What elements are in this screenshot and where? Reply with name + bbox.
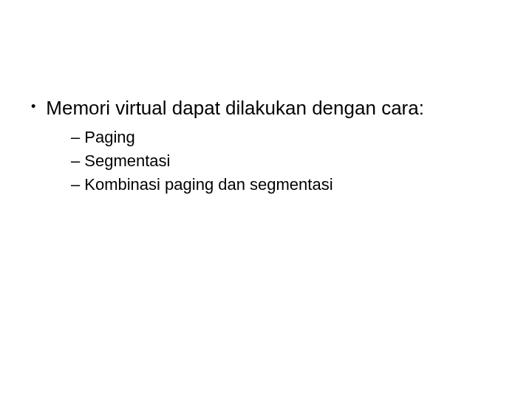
sub-item-text: Kombinasi paging dan segmentasi	[84, 174, 332, 195]
list-item: – Paging	[71, 127, 510, 148]
dash-icon: –	[71, 174, 80, 195]
list-item: – Kombinasi paging dan segmentasi	[71, 174, 510, 195]
bullet-marker: •	[31, 96, 35, 117]
list-item: – Segmentasi	[71, 151, 510, 171]
dash-icon: –	[71, 127, 80, 148]
dash-icon: –	[71, 151, 80, 171]
slide-content: • Memori virtual dapat dilakukan dengan …	[28, 96, 510, 198]
sub-list: – Paging – Segmentasi – Kombinasi paging…	[71, 127, 510, 195]
bullet-item: • Memori virtual dapat dilakukan dengan …	[28, 96, 510, 120]
sub-item-text: Segmentasi	[84, 151, 170, 171]
sub-item-text: Paging	[84, 127, 135, 148]
bullet-text: Memori virtual dapat dilakukan dengan ca…	[46, 96, 424, 120]
